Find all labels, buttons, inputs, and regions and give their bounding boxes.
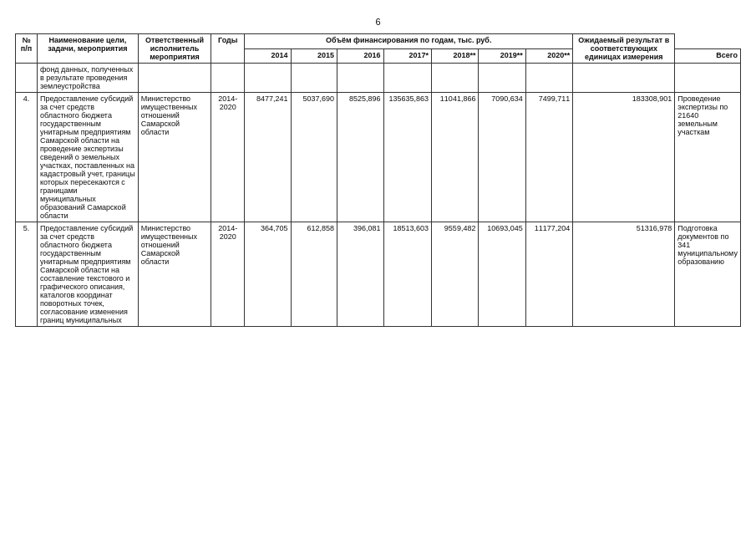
table-row: 5. Предоставление субсидий за счет средс… xyxy=(16,222,741,327)
cell-2015: 612,858 xyxy=(291,222,337,327)
page-number: 6 xyxy=(15,17,741,27)
header-exec: Ответственный исполнитель мероприятия xyxy=(138,34,211,64)
header-finance: Объём финансирования по годам, тыс. руб. xyxy=(245,34,573,49)
cell-num: 5. xyxy=(16,222,38,327)
main-table: № п/п Наименование цели, задачи, меропри… xyxy=(15,33,741,327)
cell-2018 xyxy=(431,64,478,93)
cell-result xyxy=(675,64,741,93)
page: 6 № п/п Наименование цели, задачи, мероп… xyxy=(0,0,756,535)
cell-result: Проведение экспертизы по 21640 земельным… xyxy=(675,93,741,222)
cell-years: 2014-2020 xyxy=(211,222,245,327)
cell-2014: 364,705 xyxy=(245,222,292,327)
header-years: Годы xyxy=(211,34,245,64)
cell-2020: 11177,204 xyxy=(525,222,572,327)
cell-2015 xyxy=(291,64,337,93)
cell-2017: 18513,603 xyxy=(383,222,431,327)
cell-2020: 7499,711 xyxy=(525,93,572,222)
header-2019: 2019** xyxy=(479,48,525,64)
cell-2015: 5037,690 xyxy=(291,93,337,222)
cell-2019 xyxy=(479,64,525,93)
cell-total: 183308,901 xyxy=(573,93,675,222)
cell-exec: Министерство имущественных отношений Сам… xyxy=(138,93,211,222)
cell-exec xyxy=(138,64,211,93)
cell-name: Предоставление субсидий за счет средств … xyxy=(37,222,138,327)
cell-2014 xyxy=(245,64,292,93)
cell-2017 xyxy=(383,64,431,93)
cell-num xyxy=(16,64,38,93)
table-row: 4. Предоставление субсидий за счет средс… xyxy=(16,93,741,222)
header-2016: 2016 xyxy=(337,48,384,64)
cell-name: Предоставление субсидий за счет средств … xyxy=(37,93,138,222)
header-name: Наименование цели, задачи, мероприятия xyxy=(37,34,138,64)
cell-2016: 396,081 xyxy=(337,222,384,327)
cell-num: 4. xyxy=(16,93,38,222)
cell-years xyxy=(211,64,245,93)
cell-total xyxy=(573,64,675,93)
header-2015: 2015 xyxy=(291,48,337,64)
header-total: Всего xyxy=(675,48,741,64)
cell-2019: 7090,634 xyxy=(479,93,525,222)
table-row: фонд данных, полученных в результате про… xyxy=(16,64,741,93)
cell-2018: 11041,866 xyxy=(431,93,478,222)
cell-result: Подготовка документов по 341 муниципальн… xyxy=(675,222,741,327)
header-2014: 2014 xyxy=(245,48,292,64)
cell-2016: 8525,896 xyxy=(337,93,384,222)
header-result: Ожидаемый результат в соответствующих ед… xyxy=(573,34,675,64)
header-2018: 2018** xyxy=(431,48,478,64)
cell-2016 xyxy=(337,64,384,93)
cell-2019: 10693,045 xyxy=(479,222,525,327)
header-num: № п/п xyxy=(16,34,38,64)
header-2020: 2020** xyxy=(525,48,572,64)
cell-exec: Министерство имущественных отношений Сам… xyxy=(138,222,211,327)
cell-2014: 8477,241 xyxy=(245,93,292,222)
cell-name: фонд данных, полученных в результате про… xyxy=(37,64,138,93)
cell-total: 51316,978 xyxy=(573,222,675,327)
cell-2018: 9559,482 xyxy=(431,222,478,327)
cell-2017: 135635,863 xyxy=(383,93,431,222)
cell-years: 2014-2020 xyxy=(211,93,245,222)
cell-2020 xyxy=(525,64,572,93)
header-2017: 2017* xyxy=(383,48,431,64)
